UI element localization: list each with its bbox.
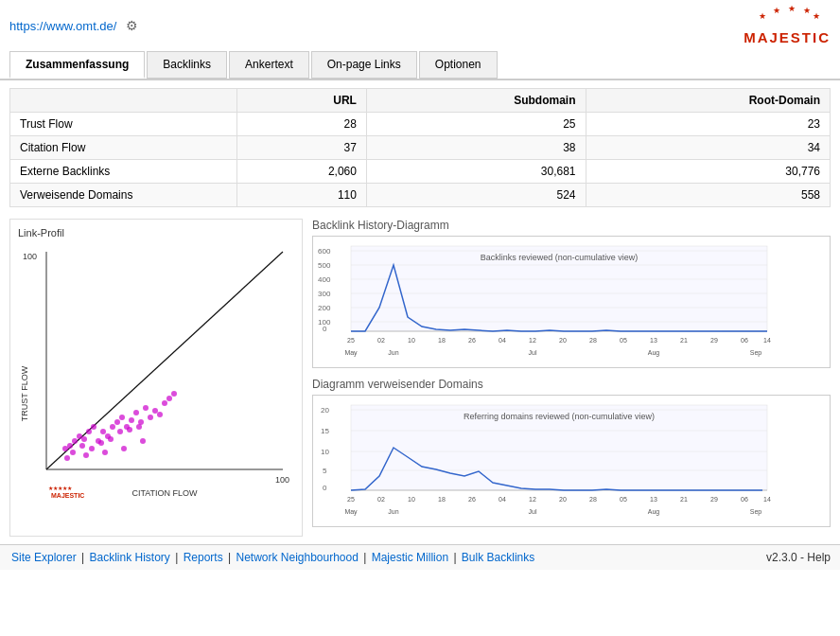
svg-text:600: 600 [318,247,331,256]
footer-link-site-explorer[interactable]: Site Explorer [11,551,77,564]
svg-text:Sep: Sep [750,349,762,357]
svg-text:20: 20 [559,337,567,344]
svg-text:02: 02 [377,496,385,503]
svg-text:May: May [344,508,358,516]
svg-text:13: 13 [650,496,657,503]
svg-point-31 [79,443,85,449]
svg-text:★: ★ [788,6,796,13]
svg-point-19 [100,429,106,434]
svg-text:MAJESTIC: MAJESTIC [51,492,84,499]
svg-text:04: 04 [499,496,506,503]
row-sub-externe: 30,681 [366,160,586,184]
gear-icon[interactable]: ⚙ [126,18,138,33]
svg-point-47 [121,446,127,451]
table-row: Verweisende Domains 110 524 558 [10,184,831,207]
svg-point-14 [67,443,73,449]
footer-link-majestic-million[interactable]: Majestic Million [372,551,448,564]
svg-point-41 [162,400,167,406]
tab-zusammenfassung[interactable]: Zusammenfassung [9,51,145,79]
row-root-citation-flow: 34 [586,136,830,160]
svg-text:28: 28 [589,337,597,344]
backlink-history-svg: Backlinks reviewed (non-cumulative view)… [313,237,777,364]
domain-chart-title: Diagramm verweisender Domains [312,378,831,391]
svg-point-39 [152,408,158,414]
svg-text:★: ★ [803,6,811,15]
svg-text:05: 05 [620,337,627,344]
svg-text:★: ★ [813,11,820,21]
svg-text:12: 12 [529,337,536,344]
footer-link-network-neighbourhood[interactable]: Network Neighbourhood [236,551,358,564]
tab-backlinks[interactable]: Backlinks [147,51,227,79]
svg-text:200: 200 [318,304,331,312]
row-label-citation-flow: Citation Flow [10,136,237,160]
svg-text:15: 15 [321,427,329,435]
svg-point-38 [148,415,153,420]
svg-point-37 [136,424,142,430]
col-header-root: Root-Domain [586,89,830,113]
tab-optionen[interactable]: Optionen [419,51,498,79]
tabs-bar: Zusammenfassung Backlinks Ankertext On-p… [0,51,840,80]
svg-text:Sep: Sep [750,508,762,516]
footer-version: v2.3.0 - Help [766,551,831,564]
svg-point-15 [81,436,87,442]
scatter-plot-svg: TRUST FLOW CITATION FLOW 100 100 [18,242,292,507]
svg-text:★: ★ [759,11,766,21]
footer-sep-2: | [175,551,181,564]
charts-section: Link-Profil TRUST FLOW CITATION FLOW 100… [9,219,831,537]
svg-text:5: 5 [323,467,327,475]
footer-sep-4: | [363,551,369,564]
svg-point-21 [110,424,115,430]
footer-link-reports[interactable]: Reports [184,551,223,564]
svg-text:May: May [344,349,358,357]
table-row: Citation Flow 37 38 34 [10,136,831,160]
svg-text:29: 29 [710,496,718,503]
footer-link-bulk-backlinks[interactable]: Bulk Backlinks [462,551,534,564]
svg-text:26: 26 [468,337,476,344]
row-label-externe: Externe Backlinks [10,160,237,184]
svg-text:Referring domains reviewed (no: Referring domains reviewed (non-cumulati… [464,412,655,421]
svg-text:04: 04 [499,337,506,344]
svg-point-42 [166,396,172,401]
svg-text:18: 18 [438,337,446,344]
svg-point-35 [117,429,123,434]
svg-text:100: 100 [275,475,289,485]
svg-point-12 [72,438,78,444]
row-sub-verweisende: 524 [366,184,586,207]
link-profile-chart: Link-Profil TRUST FLOW CITATION FLOW 100… [9,219,303,537]
svg-text:21: 21 [680,496,688,503]
svg-point-17 [91,424,96,430]
svg-text:25: 25 [347,337,355,344]
svg-text:18: 18 [438,496,446,503]
domain-chart-container: Referring domains reviewed (non-cumulati… [312,395,831,527]
svg-text:26: 26 [468,496,476,503]
url-link[interactable]: https://www.omt.de/ [9,19,116,33]
row-root-externe: 30,776 [586,160,830,184]
footer-link-backlink-history[interactable]: Backlink History [90,551,170,564]
col-header-label [10,89,237,113]
tab-onpage-links[interactable]: On-page Links [311,51,417,79]
logo-text: MAJESTIC [744,29,831,45]
tab-ankertext[interactable]: Ankertext [229,51,309,79]
svg-text:20: 20 [321,406,329,415]
svg-text:0: 0 [323,325,327,333]
svg-text:06: 06 [741,496,748,503]
row-url-trust-flow: 28 [237,113,367,136]
main-content: URL Subdomain Root-Domain Trust Flow 28 … [0,80,840,544]
svg-point-43 [171,391,177,397]
svg-point-33 [98,440,104,446]
row-url-externe: 2,060 [237,160,367,184]
majestic-logo: ★ ★ ★ ★ ★ MAJESTIC [744,6,831,45]
svg-text:21: 21 [680,337,688,344]
row-root-verweisende: 558 [586,184,830,207]
svg-text:500: 500 [318,261,331,270]
col-header-subdomain: Subdomain [366,89,586,113]
svg-point-36 [127,427,132,433]
svg-text:Jul: Jul [529,349,537,356]
svg-point-22 [114,419,120,425]
svg-text:400: 400 [318,275,331,284]
svg-text:14: 14 [763,496,771,503]
backlink-chart-container: Backlinks reviewed (non-cumulative view)… [312,236,831,368]
svg-point-29 [62,446,68,451]
svg-point-30 [70,450,76,455]
footer-links: Site Explorer | Backlink History | Repor… [9,551,536,564]
